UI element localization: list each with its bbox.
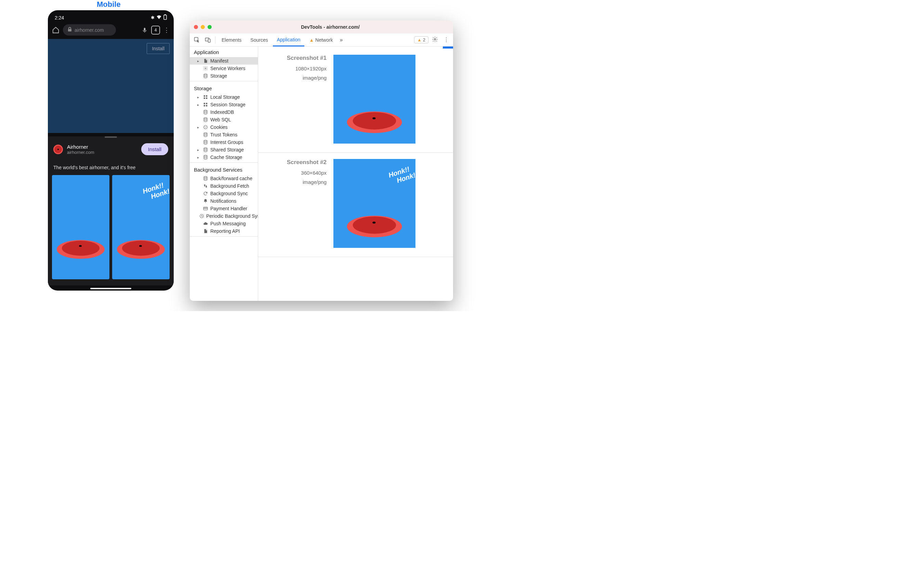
devtools-tab-bar: Elements Sources Application ▲Network » … xyxy=(190,34,453,47)
sidebar-item-shared-storage[interactable]: ▸Shared Storage xyxy=(190,146,258,154)
sidebar-group-title: Background Services xyxy=(190,164,258,175)
sidebar-item-label: Trust Tokens xyxy=(210,132,237,137)
db-icon xyxy=(203,73,208,79)
application-sidebar: Application▸ManifestService WorkersStora… xyxy=(190,47,258,301)
svg-rect-6 xyxy=(208,39,210,42)
svg-point-19 xyxy=(204,118,207,119)
inspect-element-icon[interactable] xyxy=(192,35,202,45)
window-titlebar: DevTools - airhorner.com/ xyxy=(190,20,453,34)
svg-point-25 xyxy=(204,140,207,141)
app-description: The world's best airhorner, and it's fre… xyxy=(48,160,174,175)
svg-point-7 xyxy=(434,38,436,40)
tab-switcher[interactable]: 4 xyxy=(151,26,160,34)
sidebar-item-label: Push Messaging xyxy=(210,221,246,226)
install-banner-button[interactable]: Install xyxy=(147,43,170,54)
window-minimize-button[interactable] xyxy=(201,25,205,29)
sidebar-item-session-storage[interactable]: ▸Session Storage xyxy=(190,101,258,109)
install-bottom-sheet: Airhorner airhorner.com Install The worl… xyxy=(48,137,174,285)
tab-application[interactable]: Application xyxy=(273,34,305,47)
sidebar-item-label: Shared Storage xyxy=(210,147,244,152)
sidebar-group-title: Storage xyxy=(190,83,258,93)
overflow-menu-icon[interactable]: ⋮ xyxy=(163,26,170,34)
sidebar-item-trust-tokens[interactable]: Trust Tokens xyxy=(190,131,258,138)
more-tabs-icon[interactable]: » xyxy=(337,37,344,43)
install-button[interactable]: Install xyxy=(141,143,168,155)
screenshot-preview[interactable]: Honk!!Honk!! xyxy=(334,159,416,248)
svg-rect-11 xyxy=(206,95,207,97)
sidebar-item-service-workers[interactable]: Service Workers xyxy=(190,65,258,72)
sidebar-item-web-sql[interactable]: Web SQL xyxy=(190,116,258,123)
db-icon xyxy=(203,147,208,152)
sidebar-item-label: IndexedDB xyxy=(210,109,234,115)
sidebar-item-payment-handler[interactable]: Payment Handler xyxy=(190,205,258,212)
svg-point-21 xyxy=(205,126,205,127)
devtools-menu-icon[interactable]: ⋮ xyxy=(441,37,451,43)
sidebar-item-reporting-api[interactable]: Reporting API xyxy=(190,227,258,235)
db-icon xyxy=(203,109,208,115)
sidebar-item-push-messaging[interactable]: Push Messaging xyxy=(190,220,258,227)
warning-icon: ▲ xyxy=(309,37,314,43)
db-icon xyxy=(203,132,208,137)
svg-point-28 xyxy=(204,176,207,178)
tab-network[interactable]: ▲Network xyxy=(305,34,337,47)
sidebar-item-interest-groups[interactable]: Interest Groups xyxy=(190,138,258,146)
wifi-icon xyxy=(157,15,161,20)
honk-text: Honk!!Honk!! xyxy=(141,180,170,202)
mic-icon[interactable] xyxy=(141,27,148,33)
sidebar-item-cache-storage[interactable]: ▸Cache Storage xyxy=(190,154,258,161)
sidebar-item-manifest[interactable]: ▸Manifest xyxy=(190,57,258,65)
clock-icon xyxy=(199,213,204,219)
expand-arrow-icon: ▸ xyxy=(197,59,201,63)
manifest-screenshot-entry: Screenshot #11080×1920pximage/png xyxy=(258,48,453,153)
warning-icon: ▲ xyxy=(417,37,422,42)
svg-rect-14 xyxy=(204,103,205,104)
sidebar-item-back-forward-cache[interactable]: Back/forward cache xyxy=(190,175,258,182)
svg-rect-12 xyxy=(204,98,205,99)
sheet-drag-handle[interactable] xyxy=(105,137,117,138)
sidebar-item-label: Storage xyxy=(210,73,227,79)
sidebar-item-notifications[interactable]: Notifications xyxy=(190,197,258,205)
svg-rect-2 xyxy=(68,29,71,31)
device-toolbar-icon[interactable] xyxy=(203,35,213,45)
sidebar-item-label: Payment Handler xyxy=(210,206,247,211)
svg-rect-0 xyxy=(164,15,166,20)
sidebar-item-label: Local Storage xyxy=(210,95,240,100)
expand-arrow-icon: ▸ xyxy=(197,103,201,107)
sidebar-item-cookies[interactable]: ▸Cookies xyxy=(190,123,258,131)
gear-icon xyxy=(203,66,208,71)
screenshot-preview[interactable] xyxy=(334,55,416,144)
tab-sources[interactable]: Sources xyxy=(246,34,272,47)
sidebar-item-indexeddb[interactable]: IndexedDB xyxy=(190,109,258,116)
sidebar-item-background-fetch[interactable]: Background Fetch xyxy=(190,182,258,190)
svg-point-20 xyxy=(204,126,208,129)
window-close-button[interactable] xyxy=(194,25,198,29)
bell-icon xyxy=(203,198,208,204)
install-screenshot-1[interactable] xyxy=(52,175,109,279)
svg-rect-30 xyxy=(203,208,208,208)
cookie-icon xyxy=(203,124,208,130)
svg-point-27 xyxy=(204,155,207,157)
sidebar-group-title: Application xyxy=(190,47,258,57)
sidebar-item-periodic-background-sync[interactable]: Periodic Background Sync xyxy=(190,212,258,220)
home-icon[interactable] xyxy=(52,26,59,34)
db-icon xyxy=(203,140,208,145)
db-icon xyxy=(203,117,208,123)
card-icon xyxy=(203,206,208,211)
window-title: DevTools - airhorner.com/ xyxy=(212,24,449,30)
sidebar-item-storage[interactable]: Storage xyxy=(190,72,258,80)
settings-icon[interactable] xyxy=(429,36,441,44)
sidebar-item-label: Back/forward cache xyxy=(210,176,252,181)
svg-rect-10 xyxy=(204,95,205,97)
sidebar-item-local-storage[interactable]: ▸Local Storage xyxy=(190,93,258,101)
svg-point-9 xyxy=(204,74,207,75)
url-bar[interactable]: airhorner.com xyxy=(63,24,116,36)
window-zoom-button[interactable] xyxy=(208,25,212,29)
install-screenshot-2[interactable]: Honk!!Honk!! xyxy=(112,175,170,279)
app-name: Airhorner xyxy=(67,144,94,150)
tab-elements[interactable]: Elements xyxy=(217,34,245,47)
issues-badge[interactable]: ▲2 xyxy=(414,36,428,43)
sidebar-item-background-sync[interactable]: Background Sync xyxy=(190,190,258,197)
mobile-device-frame: 2:24 ✱ airhorner.com 4 ⋮ Install xyxy=(48,10,174,290)
gesture-bar[interactable] xyxy=(90,288,131,289)
screenshot-mime: image/png xyxy=(265,179,327,185)
